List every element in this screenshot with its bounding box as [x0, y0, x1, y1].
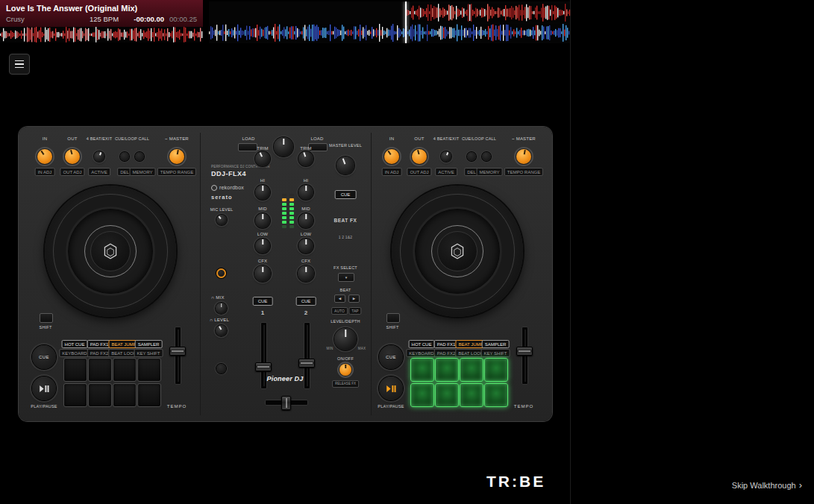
tap-label: TAP — [348, 307, 361, 315]
out-adj-label: OUT ADJ — [60, 168, 84, 176]
performance-pad[interactable] — [113, 383, 137, 407]
loop-in-knob-right[interactable] — [384, 149, 399, 164]
cfx-knob-ch1[interactable] — [254, 265, 271, 282]
panel-divider — [200, 133, 201, 415]
fx-select-button[interactable]: ▼ — [338, 273, 354, 282]
cue-button-right[interactable]: CUE — [379, 345, 403, 369]
pad-mode-sampler-label[interactable]: SAMPLER — [482, 340, 510, 348]
beat-sync-knob[interactable] — [169, 149, 184, 164]
level-meter-ch2 — [289, 194, 294, 228]
active-label: ACTIVE — [435, 168, 457, 176]
crossfader-cap[interactable] — [281, 396, 291, 410]
pad-mode-padfx1-label[interactable]: PAD FX1 — [87, 340, 112, 348]
loop-in-knob[interactable] — [37, 149, 52, 164]
headphone-cue-ch1-button[interactable]: CUE — [253, 297, 273, 306]
beat-left-button[interactable]: ◀ — [334, 294, 345, 303]
master-level-knob[interactable] — [336, 157, 354, 174]
performance-pad-lit[interactable] — [484, 383, 508, 407]
loop-in-label: IN — [43, 136, 47, 142]
performance-pad-lit[interactable] — [460, 358, 483, 382]
cfx-knob-ch2[interactable] — [298, 265, 314, 282]
master-cue-fx-button[interactable]: CUE — [335, 190, 357, 199]
cue-loop-call-right-button[interactable] — [135, 152, 144, 161]
tempo-label: TEMPO — [514, 404, 533, 409]
shift-button-left[interactable] — [40, 313, 53, 323]
performance-pad[interactable] — [63, 358, 87, 382]
channel-fader-ch2-cap[interactable] — [298, 359, 315, 368]
load-left-button[interactable] — [238, 143, 257, 151]
hi-knob-ch2[interactable] — [298, 185, 313, 200]
master-cue-button[interactable] — [216, 364, 226, 374]
center-waveform-deck-b — [209, 24, 604, 42]
cue-loop-call-left-button[interactable] — [120, 152, 129, 161]
beat4-button[interactable] — [94, 151, 104, 162]
loop-out-knob-right[interactable] — [412, 149, 427, 164]
skip-walkthrough-link[interactable]: Skip Walkthrough › — [732, 480, 802, 490]
trim-knob-ch1[interactable] — [255, 151, 270, 166]
headphone-icon: ∩ — [210, 318, 213, 322]
pad-mode-hotcue-label[interactable]: HOT CUE — [62, 340, 88, 348]
center-waveform — [209, 1, 604, 43]
headphone-level-label: LEVEL — [214, 318, 229, 323]
deck-left-time-sub: 00:00.25 — [169, 15, 197, 23]
hi-label-ch2: HI — [304, 178, 308, 183]
cfx-label-ch1: CFX — [258, 259, 268, 264]
rekordbox-icon — [211, 185, 217, 191]
tempo-slider-left-cap[interactable] — [169, 347, 186, 356]
mid-knob-ch2[interactable] — [298, 213, 313, 228]
performance-pad[interactable] — [113, 358, 137, 382]
performance-pad-lit[interactable] — [435, 383, 459, 407]
cue-loop-call-right-button-right[interactable] — [482, 152, 491, 161]
performance-pad-lit[interactable] — [410, 383, 434, 407]
browse-encoder[interactable] — [274, 137, 293, 157]
play-button-left[interactable] — [32, 377, 56, 400]
performance-pad-lit[interactable] — [460, 383, 483, 407]
pad-mode-sampler-label[interactable]: SAMPLER — [135, 340, 163, 348]
smart-cfx-button[interactable] — [216, 268, 226, 278]
jog-wheel-right[interactable] — [392, 186, 523, 317]
shift-button-right[interactable] — [386, 313, 400, 323]
loop-out-knob[interactable] — [65, 149, 80, 164]
performance-pad-lit[interactable] — [435, 358, 459, 382]
level-meter-ch1 — [282, 194, 287, 228]
performance-pad[interactable] — [88, 358, 112, 382]
menu-button[interactable] — [9, 54, 30, 75]
low-knob-ch1[interactable] — [255, 239, 270, 253]
headphone-mix-knob[interactable] — [216, 303, 227, 314]
fx-channel-label: 1 2 1&2 — [339, 236, 353, 240]
tempo-slider-right-cap[interactable] — [516, 347, 533, 356]
beat-right-button[interactable]: ▶ — [348, 294, 360, 303]
rekordbox-logo: rekordbox — [219, 185, 244, 191]
beat4-label: 4 BEAT/EXIT — [433, 136, 460, 141]
level-depth-knob[interactable] — [334, 328, 357, 350]
performance-pad[interactable] — [137, 383, 161, 407]
cue-button-left[interactable]: CUE — [32, 345, 56, 369]
trim-knob-ch2[interactable] — [298, 151, 313, 166]
beat-sync-knob-right[interactable] — [516, 149, 531, 164]
headphone-level-knob[interactable] — [216, 325, 227, 336]
playhead — [405, 1, 407, 43]
channel-1-label: 1 — [261, 310, 265, 317]
mic-level-knob[interactable] — [216, 215, 227, 225]
channel-fader-ch1-cap[interactable] — [255, 362, 272, 371]
shift-label: SHIFT — [386, 325, 399, 330]
master-level-label: MASTER LEVEL — [329, 143, 362, 148]
performance-pad[interactable] — [137, 358, 161, 382]
mid-knob-ch1[interactable] — [255, 213, 270, 228]
pad-mode-padfx1-label[interactable]: PAD FX1 — [434, 340, 459, 348]
pad-mode-hotcue-label[interactable]: HOT CUE — [409, 340, 435, 348]
cue-loop-call-left-button-right[interactable] — [467, 152, 476, 161]
performance-pad[interactable] — [63, 383, 87, 407]
low-knob-ch2[interactable] — [298, 239, 313, 253]
fx-on-off-button[interactable] — [339, 364, 351, 376]
headphone-cue-ch2-button[interactable]: CUE — [296, 297, 316, 306]
hi-knob-ch1[interactable] — [255, 185, 270, 200]
beat4-button-right[interactable] — [441, 151, 451, 162]
performance-pad-lit[interactable] — [484, 358, 508, 382]
performance-pad[interactable] — [88, 383, 112, 407]
hi-label-ch1: HI — [260, 178, 265, 183]
performance-pad-lit[interactable] — [410, 358, 434, 382]
jog-wheel-left[interactable] — [45, 186, 176, 317]
play-button-right[interactable] — [379, 377, 403, 400]
dj-controller: IN IN ADJ OUT OUT ADJ 4 BEAT/EXIT ACTIVE… — [19, 127, 552, 421]
